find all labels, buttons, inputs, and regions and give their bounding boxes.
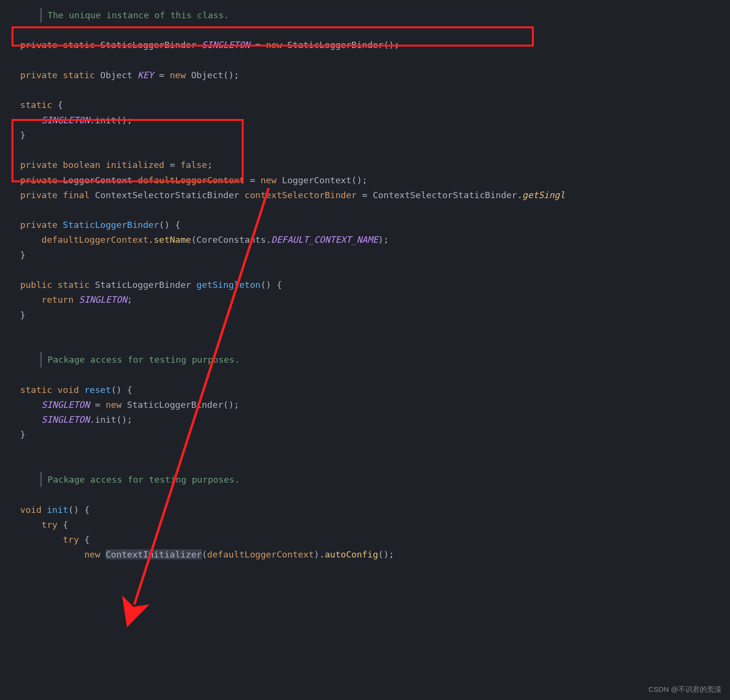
- code-line[interactable]: [0, 83, 730, 97]
- doc-comment: Package access for testing purposes.: [40, 472, 240, 487]
- code-editor[interactable]: The unique instance of this class. priva…: [0, 0, 730, 562]
- code-line[interactable]: SINGLETON.init();: [0, 113, 730, 128]
- code-line[interactable]: [0, 322, 730, 337]
- code-line[interactable]: try {: [0, 517, 730, 532]
- code-line[interactable]: defaultLoggerContext.setName(CoreConstan…: [0, 232, 730, 247]
- code-line[interactable]: public static StaticLoggerBinder getSing…: [0, 277, 730, 292]
- code-line[interactable]: [0, 487, 730, 502]
- code-line[interactable]: [0, 337, 730, 352]
- code-line[interactable]: [0, 457, 730, 472]
- code-line[interactable]: [0, 53, 730, 68]
- doc-comment: The unique instance of this class.: [40, 8, 229, 23]
- doc-comment: Package access for testing purposes.: [40, 352, 240, 367]
- code-line[interactable]: [0, 368, 730, 382]
- code-line[interactable]: private boolean initialized = false;: [0, 157, 730, 172]
- code-line[interactable]: [0, 23, 730, 37]
- code-line[interactable]: }: [0, 128, 730, 142]
- code-line[interactable]: private final ContextSelectorStaticBinde…: [0, 188, 730, 202]
- code-line[interactable]: void init() {: [0, 502, 730, 517]
- code-line[interactable]: }: [0, 427, 730, 442]
- code-line[interactable]: SINGLETON = new StaticLoggerBinder();: [0, 397, 730, 412]
- watermark: CSDN @不识君的荒漠: [648, 683, 721, 695]
- code-line[interactable]: try {: [0, 532, 730, 547]
- code-line[interactable]: return SINGLETON;: [0, 292, 730, 307]
- code-line[interactable]: private StaticLoggerBinder() {: [0, 217, 730, 232]
- code-line[interactable]: private LoggerContext defaultLoggerConte…: [0, 173, 730, 188]
- code-line[interactable]: SINGLETON.init();: [0, 412, 730, 427]
- code-line[interactable]: static void reset() {: [0, 382, 730, 397]
- code-line[interactable]: [0, 442, 730, 457]
- code-line[interactable]: [0, 262, 730, 277]
- code-line[interactable]: private static Object KEY = new Object()…: [0, 68, 730, 83]
- code-line[interactable]: }: [0, 308, 730, 322]
- code-line[interactable]: new ContextInitializer(defaultLoggerCont…: [0, 547, 730, 562]
- code-line[interactable]: static {: [0, 97, 730, 112]
- code-line[interactable]: private static StaticLoggerBinder SINGLE…: [0, 37, 730, 52]
- code-line[interactable]: [0, 142, 730, 157]
- code-line[interactable]: [0, 202, 730, 217]
- code-line[interactable]: }: [0, 248, 730, 262]
